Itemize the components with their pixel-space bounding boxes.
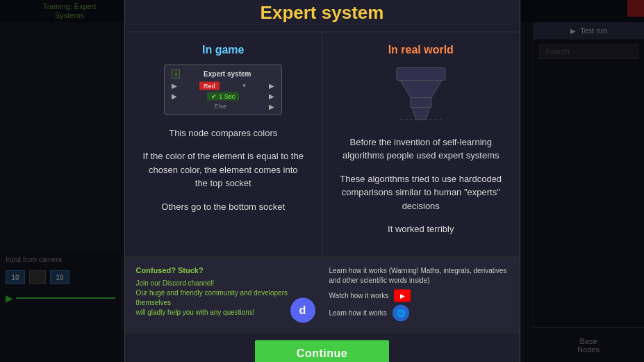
funnel-graphic — [339, 64, 503, 126]
node-row-timer: ▶ ✔ 1 Sec ▶ — [172, 92, 274, 100]
node-name: Expert system — [204, 70, 251, 78]
watch-link[interactable]: Watch how it works ▶ — [329, 289, 509, 302]
svg-rect-0 — [397, 67, 445, 80]
footer-confused-title: Confused? Stuck? — [136, 265, 315, 274]
text-top-socket: If the color of the element is equal to … — [142, 149, 306, 190]
modal-footer: Confused? Stuck? Join our Discord channe… — [125, 256, 520, 332]
svg-marker-3 — [412, 107, 430, 120]
else-label: Else — [214, 103, 226, 110]
arrow-left-2-icon: ▶ — [172, 92, 177, 100]
node-graphic: i Expert system ▶ Red ▼ ▶ ▶ ✔ 1 Sec ▶ — [164, 64, 282, 115]
learn-link-text: Learn how it works — [329, 309, 387, 317]
svg-marker-1 — [400, 80, 442, 97]
else-row: Else ▶ — [172, 102, 274, 110]
footer-right: Learn how it works (Warning! Maths, inte… — [329, 265, 509, 324]
continue-button[interactable]: Continue — [255, 340, 389, 362]
arrow-left-icon: ▶ — [172, 82, 177, 90]
text-worked-terribly: It worked terribly — [339, 222, 503, 236]
modal-title: Expert system — [139, 1, 506, 23]
color-badge: Red — [199, 81, 220, 90]
dropdown-icon: ▼ — [241, 83, 247, 89]
arrow-right-2-icon: ▶ — [269, 92, 274, 100]
text-compares-colors: This node compares colors — [142, 126, 306, 140]
else-arrow-icon: ▶ — [269, 102, 274, 110]
youtube-icon[interactable]: ▶ — [394, 289, 411, 302]
text-bottom-socket: Others go to the bottom socket — [142, 199, 306, 213]
footer-learn-title: Learn how it works (Warning! Maths, inte… — [329, 265, 509, 285]
watch-link-text: Watch how it works — [329, 292, 389, 299]
modal-body: In game i Expert system ▶ Red ▼ ▶ ▶ — [125, 32, 520, 256]
node-label-i: i — [172, 69, 180, 79]
col-right-header: In real world — [339, 43, 503, 56]
text-hardcoded: These algorithms tried to use hardcoded … — [339, 172, 503, 213]
node-row-color: ▶ Red ▼ ▶ — [172, 81, 274, 90]
col-in-real-world: In real world Before the invention of se… — [322, 32, 520, 256]
modal-header: Expert system — [125, 0, 520, 32]
col-left-header: In game — [142, 43, 306, 56]
col-in-game: In game i Expert system ▶ Red ▼ ▶ ▶ — [125, 32, 323, 256]
discord-icon[interactable]: d — [290, 297, 315, 322]
footer-discord-desc: Join our Discord channel! Our huge and f… — [136, 278, 315, 317]
arrow-right-icon: ▶ — [269, 82, 274, 90]
web-icon[interactable]: 🌐 — [393, 304, 409, 321]
footer-left: Confused? Stuck? Join our Discord channe… — [136, 265, 315, 324]
node-graphic-title: i Expert system — [172, 69, 274, 79]
text-before-invention: Before the invention of self-learning al… — [339, 135, 503, 162]
learn-link[interactable]: Learn how it works 🌐 — [329, 304, 509, 321]
svg-rect-2 — [411, 97, 431, 107]
modal-continue-area: Continue — [125, 332, 520, 362]
timer-badge: ✔ 1 Sec — [207, 92, 239, 100]
expert-system-modal: Expert system In game i Expert system ▶ … — [124, 0, 520, 362]
